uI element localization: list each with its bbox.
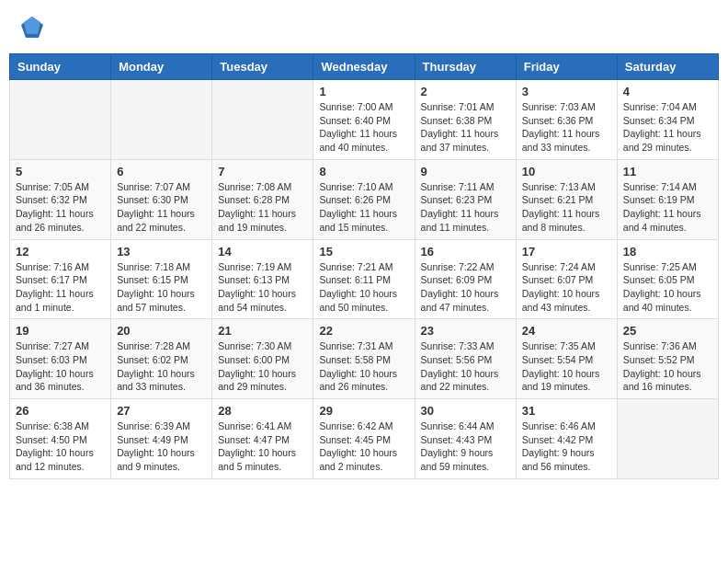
day-info: Sunrise: 7:27 AM Sunset: 6:03 PM Dayligh… <box>16 339 105 394</box>
calendar-cell: 17Sunrise: 7:24 AM Sunset: 6:07 PM Dayli… <box>516 239 617 319</box>
day-info: Sunrise: 6:46 AM Sunset: 4:42 PM Dayligh… <box>522 419 611 474</box>
day-info: Sunrise: 7:01 AM Sunset: 6:38 PM Dayligh… <box>421 100 510 155</box>
weekday-header-row: SundayMondayTuesdayWednesdayThursdayFrid… <box>10 54 719 80</box>
calendar-week-row: 19Sunrise: 7:27 AM Sunset: 6:03 PM Dayli… <box>10 319 719 399</box>
day-info: Sunrise: 7:31 AM Sunset: 5:58 PM Dayligh… <box>319 339 408 394</box>
day-number: 18 <box>623 245 712 259</box>
day-info: Sunrise: 7:28 AM Sunset: 6:02 PM Dayligh… <box>117 339 206 394</box>
day-number: 14 <box>218 245 307 259</box>
day-info: Sunrise: 7:07 AM Sunset: 6:30 PM Dayligh… <box>117 180 206 235</box>
day-info: Sunrise: 7:24 AM Sunset: 6:07 PM Dayligh… <box>522 260 611 315</box>
calendar-cell: 11Sunrise: 7:14 AM Sunset: 6:19 PM Dayli… <box>617 159 718 239</box>
day-number: 23 <box>421 324 510 338</box>
day-number: 12 <box>16 245 105 259</box>
day-info: Sunrise: 6:41 AM Sunset: 4:47 PM Dayligh… <box>218 419 307 474</box>
day-number: 2 <box>421 85 510 98</box>
calendar-cell <box>111 80 212 160</box>
svg-marker-1 <box>24 17 40 34</box>
day-info: Sunrise: 7:21 AM Sunset: 6:11 PM Dayligh… <box>319 260 408 315</box>
calendar-cell: 25Sunrise: 7:36 AM Sunset: 5:52 PM Dayli… <box>617 319 718 399</box>
calendar-cell: 13Sunrise: 7:18 AM Sunset: 6:15 PM Dayli… <box>111 239 212 319</box>
weekday-header: Wednesday <box>313 54 415 80</box>
calendar-cell <box>10 80 111 160</box>
day-info: Sunrise: 7:22 AM Sunset: 6:09 PM Dayligh… <box>421 260 510 315</box>
calendar-cell: 10Sunrise: 7:13 AM Sunset: 6:21 PM Dayli… <box>516 159 617 239</box>
calendar-cell: 2Sunrise: 7:01 AM Sunset: 6:38 PM Daylig… <box>415 80 516 160</box>
logo <box>18 14 50 41</box>
day-number: 30 <box>421 404 510 418</box>
day-number: 5 <box>16 165 105 178</box>
logo-icon <box>18 14 46 41</box>
day-number: 29 <box>319 404 408 418</box>
day-info: Sunrise: 7:00 AM Sunset: 6:40 PM Dayligh… <box>319 100 408 155</box>
calendar-cell: 23Sunrise: 7:33 AM Sunset: 5:56 PM Dayli… <box>415 319 516 399</box>
calendar-cell: 16Sunrise: 7:22 AM Sunset: 6:09 PM Dayli… <box>415 239 516 319</box>
calendar-cell: 28Sunrise: 6:41 AM Sunset: 4:47 PM Dayli… <box>212 399 313 479</box>
day-info: Sunrise: 6:42 AM Sunset: 4:45 PM Dayligh… <box>319 419 408 474</box>
calendar-week-row: 5Sunrise: 7:05 AM Sunset: 6:32 PM Daylig… <box>10 159 719 239</box>
calendar-cell: 4Sunrise: 7:04 AM Sunset: 6:34 PM Daylig… <box>617 80 718 160</box>
calendar-cell: 18Sunrise: 7:25 AM Sunset: 6:05 PM Dayli… <box>617 239 718 319</box>
day-info: Sunrise: 7:36 AM Sunset: 5:52 PM Dayligh… <box>623 339 712 394</box>
day-number: 6 <box>117 165 206 178</box>
calendar-cell: 3Sunrise: 7:03 AM Sunset: 6:36 PM Daylig… <box>516 80 617 160</box>
day-info: Sunrise: 7:16 AM Sunset: 6:17 PM Dayligh… <box>16 260 105 315</box>
day-number: 28 <box>218 404 307 418</box>
day-number: 8 <box>319 165 408 178</box>
day-info: Sunrise: 7:08 AM Sunset: 6:28 PM Dayligh… <box>218 180 307 235</box>
day-number: 17 <box>522 245 611 259</box>
day-number: 11 <box>623 165 712 178</box>
calendar-cell <box>617 399 718 479</box>
day-info: Sunrise: 7:11 AM Sunset: 6:23 PM Dayligh… <box>421 180 510 235</box>
day-number: 31 <box>522 404 611 418</box>
day-number: 19 <box>16 324 105 338</box>
day-number: 20 <box>117 324 206 338</box>
calendar-cell: 14Sunrise: 7:19 AM Sunset: 6:13 PM Dayli… <box>212 239 313 319</box>
calendar-cell: 8Sunrise: 7:10 AM Sunset: 6:26 PM Daylig… <box>313 159 415 239</box>
day-number: 16 <box>421 245 510 259</box>
day-info: Sunrise: 7:05 AM Sunset: 6:32 PM Dayligh… <box>16 180 105 235</box>
calendar-week-row: 12Sunrise: 7:16 AM Sunset: 6:17 PM Dayli… <box>10 239 719 319</box>
calendar-cell: 31Sunrise: 6:46 AM Sunset: 4:42 PM Dayli… <box>516 399 617 479</box>
calendar-cell: 24Sunrise: 7:35 AM Sunset: 5:54 PM Dayli… <box>516 319 617 399</box>
calendar-cell: 20Sunrise: 7:28 AM Sunset: 6:02 PM Dayli… <box>111 319 212 399</box>
day-info: Sunrise: 6:44 AM Sunset: 4:43 PM Dayligh… <box>421 419 510 474</box>
calendar-cell: 30Sunrise: 6:44 AM Sunset: 4:43 PM Dayli… <box>415 399 516 479</box>
calendar-cell: 29Sunrise: 6:42 AM Sunset: 4:45 PM Dayli… <box>313 399 415 479</box>
weekday-header: Tuesday <box>212 54 313 80</box>
calendar-cell <box>212 80 313 160</box>
day-number: 24 <box>522 324 611 338</box>
calendar-week-row: 1Sunrise: 7:00 AM Sunset: 6:40 PM Daylig… <box>10 80 719 160</box>
day-info: Sunrise: 7:14 AM Sunset: 6:19 PM Dayligh… <box>623 180 712 235</box>
calendar-cell: 15Sunrise: 7:21 AM Sunset: 6:11 PM Dayli… <box>313 239 415 319</box>
weekday-header: Monday <box>111 54 212 80</box>
day-number: 9 <box>421 165 510 178</box>
day-number: 25 <box>623 324 712 338</box>
day-number: 26 <box>16 404 105 418</box>
calendar-cell: 21Sunrise: 7:30 AM Sunset: 6:00 PM Dayli… <box>212 319 313 399</box>
weekday-header: Saturday <box>617 54 718 80</box>
day-number: 27 <box>117 404 206 418</box>
weekday-header: Sunday <box>10 54 111 80</box>
day-info: Sunrise: 7:19 AM Sunset: 6:13 PM Dayligh… <box>218 260 307 315</box>
day-number: 21 <box>218 324 307 338</box>
calendar-cell: 9Sunrise: 7:11 AM Sunset: 6:23 PM Daylig… <box>415 159 516 239</box>
day-info: Sunrise: 6:39 AM Sunset: 4:49 PM Dayligh… <box>117 419 206 474</box>
day-info: Sunrise: 7:35 AM Sunset: 5:54 PM Dayligh… <box>522 339 611 394</box>
weekday-header: Thursday <box>415 54 516 80</box>
calendar-cell: 22Sunrise: 7:31 AM Sunset: 5:58 PM Dayli… <box>313 319 415 399</box>
day-number: 15 <box>319 245 408 259</box>
day-number: 10 <box>522 165 611 178</box>
page-header <box>9 9 719 46</box>
calendar-cell: 6Sunrise: 7:07 AM Sunset: 6:30 PM Daylig… <box>111 159 212 239</box>
day-info: Sunrise: 6:38 AM Sunset: 4:50 PM Dayligh… <box>16 419 105 474</box>
weekday-header: Friday <box>516 54 617 80</box>
day-number: 13 <box>117 245 206 259</box>
day-number: 3 <box>522 85 611 98</box>
day-info: Sunrise: 7:30 AM Sunset: 6:00 PM Dayligh… <box>218 339 307 394</box>
calendar-cell: 27Sunrise: 6:39 AM Sunset: 4:49 PM Dayli… <box>111 399 212 479</box>
calendar-cell: 5Sunrise: 7:05 AM Sunset: 6:32 PM Daylig… <box>10 159 111 239</box>
day-number: 22 <box>319 324 408 338</box>
day-info: Sunrise: 7:03 AM Sunset: 6:36 PM Dayligh… <box>522 100 611 155</box>
calendar-cell: 12Sunrise: 7:16 AM Sunset: 6:17 PM Dayli… <box>10 239 111 319</box>
